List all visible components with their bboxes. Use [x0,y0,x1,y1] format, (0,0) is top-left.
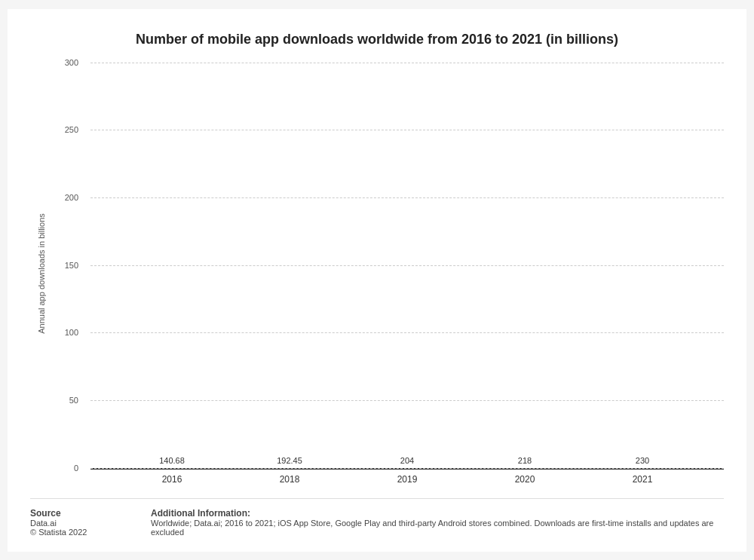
chart-area: Annual app downloads in billions 3002502… [30,63,724,485]
grid-line [90,468,724,469]
chart-title: Number of mobile app downloads worldwide… [30,32,724,47]
x-tick-label: 2021 [584,474,701,485]
x-tick-label: 2019 [348,474,466,485]
x-tick-label: 2020 [466,474,584,485]
plot-area: 300250200150100500 140.68192.45204218230… [53,63,724,485]
footer: Source Data.ai © Statista 2022 Additiona… [30,498,724,537]
x-axis: 20162018201920202021 [90,470,724,485]
y-tick-label: 200 [54,193,84,201]
y-tick-label: 50 [54,396,84,404]
footer-additional: Additional Information: Worldwide; Data.… [151,508,724,537]
bar-value-label: 140.68 [159,456,185,465]
bar-value-label: 218 [518,456,532,465]
bar-value-label: 192.45 [277,456,302,465]
bar-value-label: 204 [400,456,414,465]
bar-group: 140.68 [113,456,231,468]
chart-inner: 300250200150100500 140.68192.45204218230… [53,63,724,485]
y-tick-label: 0 [54,464,84,472]
y-tick-labels: 300250200150100500 [53,63,90,468]
y-axis-label-container: Annual app downloads in billions [30,63,53,485]
bar-value-label: 230 [636,456,649,465]
x-tick-label: 2018 [231,474,348,485]
y-axis-label: Annual app downloads in billions [37,213,46,334]
chart-container: Number of mobile app downloads worldwide… [8,9,746,552]
additional-text: Worldwide; Data.ai; 2016 to 2021; iOS Ap… [151,519,724,537]
footer-source: Source Data.ai © Statista 2022 [30,508,121,537]
additional-label: Additional Information: [151,508,724,519]
grid-and-bars: 300250200150100500 140.68192.45204218230 [53,63,724,468]
source-line-2: © Statista 2022 [30,528,121,537]
y-tick-label: 300 [54,58,84,66]
source-label: Source [30,508,121,519]
bar-group: 218 [466,456,584,468]
y-tick-label: 250 [54,126,84,134]
x-tick-label: 2016 [113,474,231,485]
bar-group: 230 [584,456,701,468]
y-tick-label: 150 [54,261,84,269]
source-line-1: Data.ai [30,519,121,528]
bar-group: 192.45 [231,456,348,468]
bar-group: 204 [348,456,466,468]
y-tick-label: 100 [54,329,84,337]
bars-area: 140.68192.45204218230 [90,63,724,468]
